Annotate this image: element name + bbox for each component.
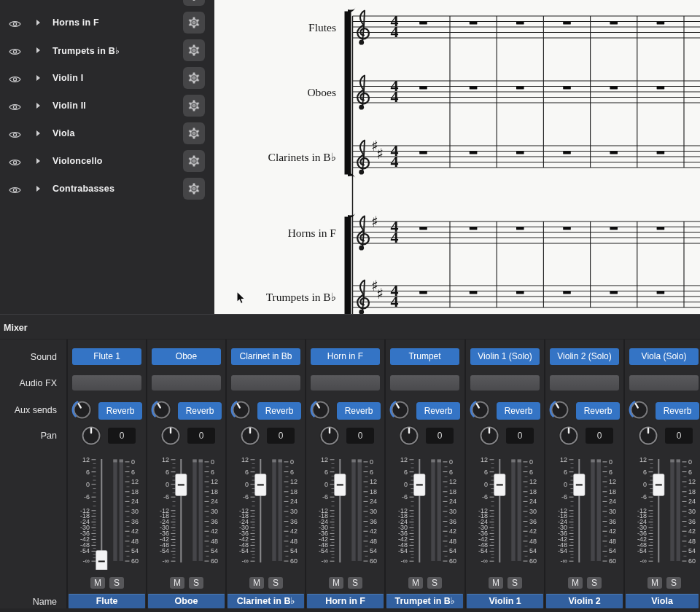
whole-rest[interactable] (563, 152, 571, 154)
pan-value[interactable]: 0 (665, 428, 693, 444)
time-signature-denominator[interactable]: 4 (391, 292, 399, 310)
whole-rest[interactable] (419, 227, 427, 230)
instrument-settings-button[interactable] (183, 178, 205, 200)
audio-fx-slot[interactable] (470, 375, 540, 391)
audio-fx-slot[interactable] (152, 375, 221, 391)
time-signature-denominator[interactable]: 4 (391, 228, 399, 246)
sound-button[interactable]: Violin 1 (Solo) (470, 348, 540, 365)
channel-name[interactable]: Trumpet in B♭ (386, 594, 463, 608)
whole-rest[interactable] (516, 227, 524, 230)
pan-knob[interactable] (557, 424, 580, 447)
mute-button[interactable]: M (170, 577, 184, 589)
instrument-row-viola[interactable]: Viola (0, 119, 214, 147)
expand-arrow-icon[interactable] (36, 158, 40, 164)
whole-rest[interactable] (657, 152, 665, 154)
volume-fader-handle[interactable] (414, 474, 425, 496)
aux-send-reverb-button[interactable]: Reverb (337, 402, 381, 420)
sound-button[interactable]: Trumpet (390, 348, 459, 365)
mute-button[interactable]: M (249, 577, 264, 589)
aux-send-knob[interactable] (549, 399, 570, 420)
whole-rest[interactable] (516, 22, 524, 25)
aux-send-reverb-button[interactable]: Reverb (178, 402, 222, 420)
sound-button[interactable]: Violin 2 (Solo) (550, 348, 619, 365)
pan-value[interactable]: 0 (426, 428, 454, 444)
whole-rest[interactable] (657, 291, 665, 294)
instrument-row-violin-ii[interactable]: Violin II (0, 92, 214, 119)
expand-arrow-icon[interactable] (36, 130, 40, 136)
solo-button[interactable]: S (109, 577, 123, 589)
whole-rest[interactable] (610, 291, 618, 294)
whole-rest[interactable] (470, 152, 478, 154)
visibility-eye-icon[interactable] (9, 18, 21, 27)
pan-knob[interactable] (397, 424, 421, 447)
solo-button[interactable]: S (348, 577, 362, 589)
whole-rest[interactable] (516, 152, 524, 154)
stave-label[interactable]: Horns in F (288, 227, 337, 239)
time-signature-denominator[interactable]: 4 (391, 23, 399, 41)
whole-rest[interactable] (563, 227, 571, 230)
aux-send-knob[interactable] (389, 399, 411, 420)
whole-rest[interactable] (610, 152, 618, 154)
volume-fader-handle[interactable] (653, 474, 664, 496)
visibility-eye-icon[interactable] (9, 157, 21, 165)
key-signature-sharp[interactable]: ♯ (371, 213, 378, 230)
volume-fader-handle[interactable] (335, 474, 346, 496)
pan-knob[interactable] (159, 424, 182, 447)
pan-knob[interactable] (637, 424, 660, 447)
whole-rest[interactable] (563, 22, 571, 25)
expand-arrow-icon[interactable] (36, 20, 40, 26)
mute-button[interactable]: M (489, 577, 503, 589)
aux-send-reverb-button[interactable]: Reverb (497, 402, 540, 420)
aux-send-knob[interactable] (470, 399, 491, 420)
whole-rest[interactable] (470, 291, 478, 294)
sound-button[interactable]: Clarinet in Bb (231, 348, 300, 365)
visibility-eye-icon[interactable] (9, 101, 21, 110)
solo-button[interactable]: S (268, 577, 282, 589)
whole-rest[interactable] (563, 87, 571, 90)
instrument-settings-button[interactable] (183, 122, 205, 144)
sound-button[interactable]: Horn in F (311, 348, 380, 365)
whole-rest[interactable] (610, 227, 618, 230)
aux-send-knob[interactable] (310, 399, 331, 420)
expand-arrow-icon[interactable] (36, 47, 40, 53)
instrument-settings-button-partial[interactable] (183, 0, 205, 6)
instrument-settings-button[interactable] (183, 39, 205, 61)
whole-rest[interactable] (419, 87, 427, 90)
whole-rest[interactable] (419, 22, 427, 25)
pan-knob[interactable] (318, 424, 341, 447)
instrument-row-contrabasses[interactable]: Contrabasses (0, 175, 214, 203)
audio-fx-slot[interactable] (231, 375, 300, 391)
mute-button[interactable]: M (90, 577, 105, 589)
pan-value[interactable]: 0 (586, 428, 613, 444)
whole-rest[interactable] (657, 22, 665, 25)
channel-name[interactable]: Clarinet in B♭ (228, 594, 304, 608)
channel-name[interactable]: Horn in F (307, 594, 384, 608)
channel-name[interactable]: Violin 1 (467, 594, 543, 608)
instrument-row-trumpets-in-b-[interactable]: Trumpets in B♭ (0, 36, 214, 64)
sound-button[interactable]: Flute 1 (72, 348, 141, 365)
channel-name[interactable]: Violin 2 (546, 594, 623, 608)
whole-rest[interactable] (516, 87, 524, 90)
visibility-eye-icon[interactable] (9, 74, 21, 82)
pan-value[interactable]: 0 (108, 428, 136, 444)
expand-arrow-icon[interactable] (36, 75, 40, 81)
visibility-eye-icon[interactable] (9, 129, 21, 138)
aux-send-reverb-button[interactable]: Reverb (257, 402, 301, 420)
mute-button[interactable]: M (329, 577, 343, 589)
pan-value[interactable]: 0 (267, 428, 295, 444)
stave-label[interactable]: Flutes (308, 21, 336, 34)
volume-fader-handle[interactable] (254, 474, 265, 496)
instrument-settings-button[interactable] (183, 12, 205, 34)
solo-button[interactable]: S (666, 577, 680, 589)
audio-fx-slot[interactable] (72, 375, 141, 391)
aux-send-reverb-button[interactable]: Reverb (98, 402, 142, 420)
whole-rest[interactable] (657, 227, 665, 230)
mute-button[interactable]: M (568, 577, 583, 589)
aux-send-knob[interactable] (230, 399, 252, 420)
aux-send-reverb-button[interactable]: Reverb (576, 402, 620, 420)
expand-arrow-icon[interactable] (36, 103, 40, 109)
whole-rest[interactable] (470, 87, 478, 90)
aux-send-reverb-button[interactable]: Reverb (416, 402, 460, 420)
audio-fx-slot[interactable] (550, 375, 619, 391)
stave-label[interactable]: Oboes (307, 86, 336, 98)
